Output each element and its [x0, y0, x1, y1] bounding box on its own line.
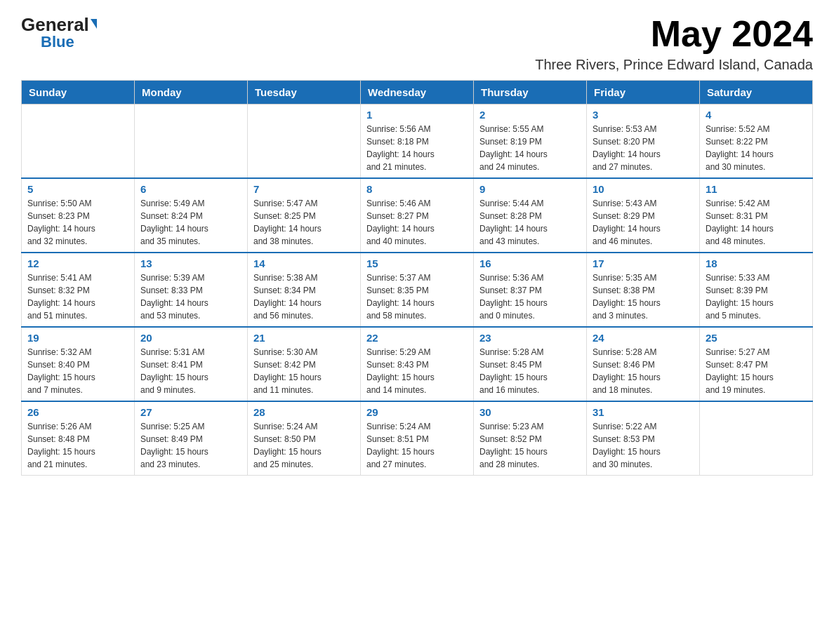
day-header-sunday: Sunday: [22, 81, 135, 105]
day-header-saturday: Saturday: [700, 81, 813, 105]
day-header-wednesday: Wednesday: [361, 81, 474, 105]
day-info: Sunrise: 5:41 AM Sunset: 8:32 PM Dayligh…: [27, 271, 128, 322]
calendar-cell: 28Sunrise: 5:24 AM Sunset: 8:50 PM Dayli…: [248, 401, 361, 476]
calendar-cell: [700, 401, 813, 476]
calendar-cell: 12Sunrise: 5:41 AM Sunset: 8:32 PM Dayli…: [22, 253, 135, 327]
day-info: Sunrise: 5:56 AM Sunset: 8:18 PM Dayligh…: [366, 123, 468, 173]
calendar-cell: 30Sunrise: 5:23 AM Sunset: 8:52 PM Dayli…: [474, 401, 587, 476]
day-number: 13: [140, 257, 241, 269]
day-info: Sunrise: 5:52 AM Sunset: 8:22 PM Dayligh…: [706, 123, 807, 173]
calendar-cell: 16Sunrise: 5:36 AM Sunset: 8:37 PM Dayli…: [474, 253, 587, 327]
page-header: General Blue May 2024 Three Rivers, Prin…: [21, 14, 813, 73]
calendar-cell: 3Sunrise: 5:53 AM Sunset: 8:20 PM Daylig…: [587, 105, 700, 179]
calendar-cell: 27Sunrise: 5:25 AM Sunset: 8:49 PM Dayli…: [135, 401, 248, 476]
day-header-monday: Monday: [135, 81, 248, 105]
day-info: Sunrise: 5:35 AM Sunset: 8:38 PM Dayligh…: [593, 271, 694, 322]
title-block: May 2024 Three Rivers, Prince Edward Isl…: [535, 14, 813, 73]
day-info: Sunrise: 5:23 AM Sunset: 8:52 PM Dayligh…: [479, 420, 581, 471]
month-year-title: May 2024: [535, 14, 813, 54]
day-number: 30: [479, 406, 581, 418]
calendar-cell: 22Sunrise: 5:29 AM Sunset: 8:43 PM Dayli…: [361, 327, 474, 401]
calendar-cell: 25Sunrise: 5:27 AM Sunset: 8:47 PM Dayli…: [700, 327, 813, 401]
calendar-table: SundayMondayTuesdayWednesdayThursdayFrid…: [21, 80, 813, 476]
calendar-cell: 21Sunrise: 5:30 AM Sunset: 8:42 PM Dayli…: [248, 327, 361, 401]
calendar-cell: 10Sunrise: 5:43 AM Sunset: 8:29 PM Dayli…: [587, 178, 700, 253]
day-number: 27: [140, 406, 241, 418]
day-info: Sunrise: 5:24 AM Sunset: 8:51 PM Dayligh…: [366, 420, 468, 471]
day-number: 6: [140, 183, 241, 195]
day-number: 15: [366, 257, 468, 269]
logo-blue-text: Blue: [41, 33, 74, 51]
calendar-cell: 31Sunrise: 5:22 AM Sunset: 8:53 PM Dayli…: [587, 401, 700, 476]
calendar-cell: 6Sunrise: 5:49 AM Sunset: 8:24 PM Daylig…: [135, 178, 248, 253]
day-number: 24: [593, 332, 694, 344]
calendar-week-row: 1Sunrise: 5:56 AM Sunset: 8:18 PM Daylig…: [22, 105, 813, 179]
calendar-cell: 23Sunrise: 5:28 AM Sunset: 8:45 PM Dayli…: [474, 327, 587, 401]
day-info: Sunrise: 5:50 AM Sunset: 8:23 PM Dayligh…: [27, 197, 128, 248]
logo: General Blue: [21, 14, 97, 51]
calendar-cell: 14Sunrise: 5:38 AM Sunset: 8:34 PM Dayli…: [248, 253, 361, 327]
day-number: 16: [479, 257, 581, 269]
calendar-cell: 2Sunrise: 5:55 AM Sunset: 8:19 PM Daylig…: [474, 105, 587, 179]
day-number: 3: [593, 109, 694, 121]
calendar-cell: 20Sunrise: 5:31 AM Sunset: 8:41 PM Dayli…: [135, 327, 248, 401]
location-subtitle: Three Rivers, Prince Edward Island, Cana…: [535, 57, 813, 73]
day-info: Sunrise: 5:22 AM Sunset: 8:53 PM Dayligh…: [593, 420, 694, 471]
day-info: Sunrise: 5:39 AM Sunset: 8:33 PM Dayligh…: [140, 271, 241, 322]
calendar-cell: 18Sunrise: 5:33 AM Sunset: 8:39 PM Dayli…: [700, 253, 813, 327]
day-number: 19: [27, 332, 128, 344]
day-info: Sunrise: 5:26 AM Sunset: 8:48 PM Dayligh…: [27, 420, 128, 471]
calendar-cell: 8Sunrise: 5:46 AM Sunset: 8:27 PM Daylig…: [361, 178, 474, 253]
day-number: 25: [706, 332, 807, 344]
calendar-week-row: 19Sunrise: 5:32 AM Sunset: 8:40 PM Dayli…: [22, 327, 813, 401]
day-number: 26: [27, 406, 128, 418]
day-info: Sunrise: 5:28 AM Sunset: 8:46 PM Dayligh…: [593, 346, 694, 396]
day-number: 28: [253, 406, 355, 418]
calendar-week-row: 5Sunrise: 5:50 AM Sunset: 8:23 PM Daylig…: [22, 178, 813, 253]
day-info: Sunrise: 5:24 AM Sunset: 8:50 PM Dayligh…: [253, 420, 355, 471]
day-number: 1: [366, 109, 468, 121]
day-number: 23: [479, 332, 581, 344]
calendar-week-row: 26Sunrise: 5:26 AM Sunset: 8:48 PM Dayli…: [22, 401, 813, 476]
calendar-cell: 1Sunrise: 5:56 AM Sunset: 8:18 PM Daylig…: [361, 105, 474, 179]
day-info: Sunrise: 5:46 AM Sunset: 8:27 PM Dayligh…: [366, 197, 468, 248]
calendar-cell: 4Sunrise: 5:52 AM Sunset: 8:22 PM Daylig…: [700, 105, 813, 179]
day-info: Sunrise: 5:47 AM Sunset: 8:25 PM Dayligh…: [253, 197, 355, 248]
calendar-cell: 15Sunrise: 5:37 AM Sunset: 8:35 PM Dayli…: [361, 253, 474, 327]
day-number: 7: [253, 183, 355, 195]
day-info: Sunrise: 5:33 AM Sunset: 8:39 PM Dayligh…: [706, 271, 807, 322]
day-info: Sunrise: 5:37 AM Sunset: 8:35 PM Dayligh…: [366, 271, 468, 322]
day-info: Sunrise: 5:31 AM Sunset: 8:41 PM Dayligh…: [140, 346, 241, 396]
calendar-cell: 29Sunrise: 5:24 AM Sunset: 8:51 PM Dayli…: [361, 401, 474, 476]
calendar-cell: 13Sunrise: 5:39 AM Sunset: 8:33 PM Dayli…: [135, 253, 248, 327]
calendar-cell: 11Sunrise: 5:42 AM Sunset: 8:31 PM Dayli…: [700, 178, 813, 253]
day-info: Sunrise: 5:30 AM Sunset: 8:42 PM Dayligh…: [253, 346, 355, 396]
day-number: 17: [593, 257, 694, 269]
day-number: 21: [253, 332, 355, 344]
calendar-cell: 19Sunrise: 5:32 AM Sunset: 8:40 PM Dayli…: [22, 327, 135, 401]
day-number: 22: [366, 332, 468, 344]
day-number: 5: [27, 183, 128, 195]
day-number: 8: [366, 183, 468, 195]
day-info: Sunrise: 5:49 AM Sunset: 8:24 PM Dayligh…: [140, 197, 241, 248]
day-header-tuesday: Tuesday: [248, 81, 361, 105]
day-info: Sunrise: 5:28 AM Sunset: 8:45 PM Dayligh…: [479, 346, 581, 396]
day-info: Sunrise: 5:55 AM Sunset: 8:19 PM Dayligh…: [479, 123, 581, 173]
day-header-thursday: Thursday: [474, 81, 587, 105]
day-number: 4: [706, 109, 807, 121]
day-info: Sunrise: 5:43 AM Sunset: 8:29 PM Dayligh…: [593, 197, 694, 248]
calendar-cell: 24Sunrise: 5:28 AM Sunset: 8:46 PM Dayli…: [587, 327, 700, 401]
logo-arrow-icon: [91, 19, 97, 29]
calendar-cell: 9Sunrise: 5:44 AM Sunset: 8:28 PM Daylig…: [474, 178, 587, 253]
day-number: 2: [479, 109, 581, 121]
calendar-cell: 17Sunrise: 5:35 AM Sunset: 8:38 PM Dayli…: [587, 253, 700, 327]
calendar-cell: [135, 105, 248, 179]
calendar-cell: 7Sunrise: 5:47 AM Sunset: 8:25 PM Daylig…: [248, 178, 361, 253]
calendar-week-row: 12Sunrise: 5:41 AM Sunset: 8:32 PM Dayli…: [22, 253, 813, 327]
day-info: Sunrise: 5:29 AM Sunset: 8:43 PM Dayligh…: [366, 346, 468, 396]
calendar-cell: 26Sunrise: 5:26 AM Sunset: 8:48 PM Dayli…: [22, 401, 135, 476]
day-info: Sunrise: 5:27 AM Sunset: 8:47 PM Dayligh…: [706, 346, 807, 396]
day-info: Sunrise: 5:42 AM Sunset: 8:31 PM Dayligh…: [706, 197, 807, 248]
calendar-cell: [248, 105, 361, 179]
day-number: 12: [27, 257, 128, 269]
